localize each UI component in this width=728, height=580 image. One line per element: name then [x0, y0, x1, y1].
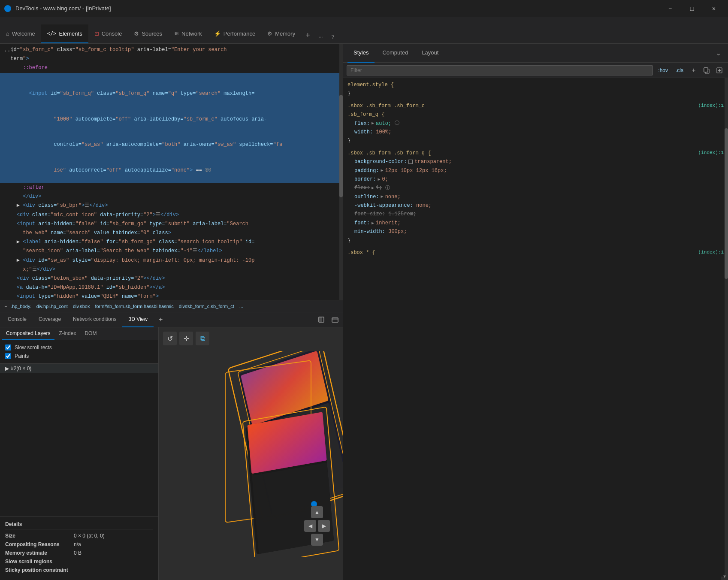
layer-tree-item[interactable]: ▶ #2(0 × 0) [0, 364, 158, 373]
tab-computed[interactable]: Computed [376, 44, 414, 63]
subtab-zindex[interactable]: Z-index [54, 327, 80, 340]
undock-icon-button[interactable] [329, 314, 341, 326]
titlebar: DevTools - www.bing.com/ - [InPrivate] −… [0, 0, 728, 17]
layers-options: Slow scroll rects Paints [0, 340, 158, 364]
tab-sources[interactable]: ⚙ Sources [128, 24, 168, 43]
detail-compositing-reasons: Compositing Reasons n/a [5, 541, 153, 547]
val-bg: transparent; [414, 157, 451, 166]
tab-memory[interactable]: ⚙ Memory [261, 24, 301, 43]
breadcrumb-item[interactable]: .hp_body. [9, 303, 33, 310]
val-auto: auto; [376, 119, 391, 128]
tab-console-bottom[interactable]: Console [2, 312, 33, 327]
val-outline: none; [385, 193, 401, 201]
expand-icon[interactable]: ▶ [372, 184, 374, 192]
breadcrumb-item[interactable]: ... [238, 303, 245, 310]
scrollbar[interactable] [339, 44, 343, 300]
style-decl[interactable]: flex: ▶ auto; ⓘ [354, 119, 724, 128]
styles-scrollbar[interactable] [725, 78, 728, 580]
breadcrumb-item[interactable]: div#sb_form_c.sb_form_ct [177, 303, 236, 310]
style-decl[interactable]: -webkit-appearance: none; [354, 201, 724, 210]
svg-rect-19 [704, 68, 708, 72]
style-decl[interactable]: width: 100%; [354, 128, 724, 136]
style-decl[interactable]: font-size: 1.125rem; [354, 210, 724, 218]
breadcrumb-item[interactable]: div.hpl.hp_cont [35, 303, 69, 310]
nav-up-button[interactable]: ▲ [311, 506, 323, 518]
subtab-composited-layers[interactable]: Composited Layers [2, 327, 54, 340]
color-swatch-transparent[interactable] [408, 160, 413, 164]
expand-icon[interactable]: ▶ [378, 176, 380, 183]
rule-source[interactable]: (index):1 [698, 149, 724, 157]
style-decl[interactable]: border: ▶ 0; [354, 175, 724, 184]
help-button[interactable]: ? [327, 30, 339, 43]
slow-scroll-checkbox[interactable] [5, 344, 11, 350]
tab-network[interactable]: ≋ Network [168, 24, 208, 43]
styles-filter-bar: :hov .cls + [343, 63, 728, 78]
style-decl[interactable]: background-color: transparent; [354, 157, 724, 166]
scroll-down-arrow[interactable]: ▼ [721, 573, 728, 580]
tab-coverage[interactable]: Coverage [33, 312, 67, 327]
minimize-button[interactable]: − [660, 2, 680, 15]
style-rule-sbox-star: .sbox * { (index):1 [347, 248, 724, 257]
add-panel-button[interactable]: + [155, 313, 166, 326]
rule-source[interactable]: (index):1 [698, 248, 724, 257]
val-width: 100%; [376, 129, 391, 135]
nav-right-button[interactable]: ▶ [318, 520, 330, 532]
tab-overflow-button[interactable]: ··· [314, 30, 327, 43]
breadcrumb-item[interactable]: div.sbox [71, 303, 92, 310]
tab-3d-view[interactable]: 3D View [122, 312, 153, 327]
layers-toggle-button[interactable]: ⧉ [196, 332, 209, 345]
style-rule-element: element.style { } [347, 81, 724, 98]
hov-badge[interactable]: :hov [656, 66, 671, 74]
prop-outline: outline: [354, 193, 379, 201]
breadcrumb-item[interactable]: form#sb_form.sb_form.hassbi.hasmic [93, 303, 175, 310]
style-decl[interactable]: padding: ▶ 12px 10px 12px 16px; [354, 166, 724, 175]
close-button[interactable]: × [704, 2, 724, 15]
three-dots-icon[interactable]: ··· [3, 304, 7, 309]
expand-icon[interactable]: ▶ [381, 167, 384, 174]
rule-source[interactable]: (index):1 [698, 102, 724, 119]
dock-icon-button[interactable] [315, 314, 327, 326]
prop-font-size: font-size: [354, 211, 385, 217]
html-content[interactable]: ··· id="sb_form_c" class="sb_form_c tool… [0, 44, 343, 300]
tab-performance[interactable]: ⚡ Performance [208, 24, 261, 43]
style-rule-sb-form-q: .sbox .sb_form .sb_form_q { (index):1 ba… [347, 149, 724, 245]
styles-header-actions: ⌄ [713, 48, 724, 58]
tab-elements[interactable]: </> Elements [41, 24, 88, 43]
style-decl[interactable]: min-width: 300px; [354, 227, 724, 236]
prop-bg: background-color: [354, 157, 407, 166]
nav-left-button[interactable]: ◀ [304, 520, 316, 532]
expand-icon-button[interactable]: ⌄ [713, 48, 724, 58]
expand-icon[interactable]: ▶ [372, 120, 374, 127]
scrollbar-thumb[interactable] [339, 95, 343, 197]
style-decl[interactable]: flex: ▶ 1; ⓘ [354, 184, 724, 192]
tab-welcome[interactable]: ⌂ Welcome [0, 24, 41, 43]
layers-subtabs: Composited Layers Z-index DOM [0, 327, 158, 340]
nav-down-button[interactable]: ▼ [311, 534, 323, 546]
tab-console[interactable]: ⊡ Console [88, 24, 128, 43]
new-style-button[interactable] [714, 65, 725, 76]
pan-button[interactable]: ✛ [179, 332, 193, 345]
style-decl[interactable]: font: ▶ inherit; [354, 219, 724, 227]
subtab-dom[interactable]: DOM [80, 327, 101, 340]
html-line: "search_icon" aria-label="Search the web… [0, 247, 343, 256]
expand-icon[interactable]: ▶ [381, 193, 384, 200]
expand-icon[interactable]: ▶ [372, 220, 374, 227]
bottom-tabbar: Console Coverage Network conditions 3D V… [0, 312, 343, 327]
copy-icon-button[interactable] [701, 65, 712, 76]
more-icon[interactable]: ··· [1, 45, 17, 57]
tab-layout[interactable]: Layout [416, 44, 444, 63]
3d-view-canvas[interactable]: ↺ ✛ ⧉ [159, 327, 343, 580]
styles-scrollbar-thumb[interactable] [725, 128, 728, 279]
maximize-button[interactable]: □ [682, 2, 702, 15]
cls-badge[interactable]: .cls [673, 66, 686, 74]
style-decl[interactable]: outline: ▶ none; [354, 193, 724, 201]
tab-network-conditions[interactable]: Network conditions [67, 312, 122, 327]
refresh-button[interactable]: ↺ [163, 332, 177, 345]
paints-checkbox[interactable] [5, 353, 11, 359]
tab-styles[interactable]: Styles [347, 44, 375, 63]
nav-lr-row: ◀ ▶ [304, 520, 330, 532]
add-tab-button[interactable]: + [301, 27, 314, 43]
add-style-button[interactable]: + [689, 65, 699, 76]
styles-filter-input[interactable] [347, 65, 653, 76]
main-area: ··· id="sb_form_c" class="sb_form_c tool… [0, 44, 728, 580]
